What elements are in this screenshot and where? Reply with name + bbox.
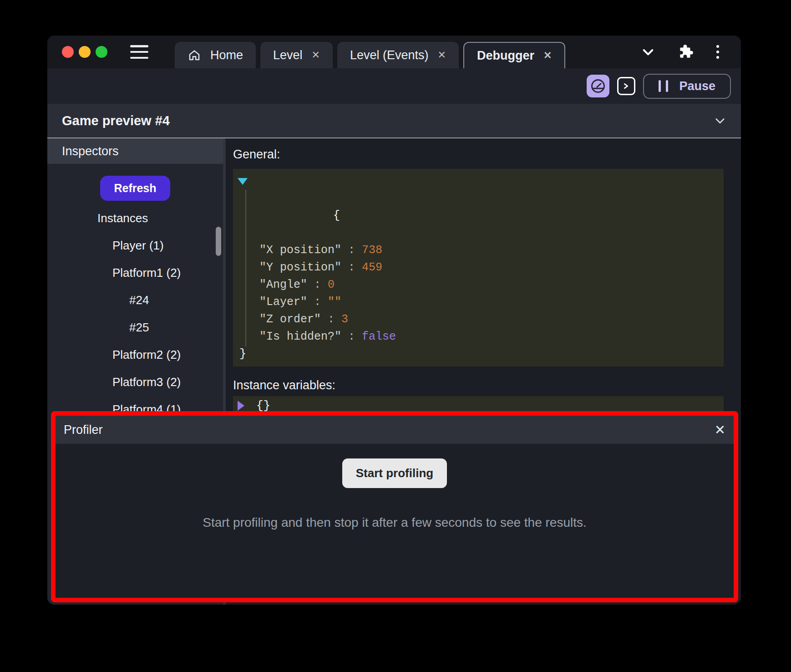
json-key: "X position" xyxy=(259,244,341,257)
tab-home[interactable]: Home xyxy=(175,42,256,68)
json-row: "X position" : 738 xyxy=(233,242,724,259)
json-value: 3 xyxy=(341,313,348,326)
json-value: 459 xyxy=(362,261,382,274)
tree-item-instances[interactable]: Instances xyxy=(47,204,223,232)
tree-item-24[interactable]: #24 xyxy=(47,286,223,314)
tree-item-platform3[interactable]: Platform3 (2) xyxy=(47,368,223,396)
debugger-toolbar: Pause xyxy=(47,68,741,104)
chevron-down-icon[interactable] xyxy=(641,45,655,59)
instance-variables-value: {} xyxy=(256,399,270,412)
tree-item-platform1[interactable]: Platform1 (2) xyxy=(47,259,223,286)
pause-button[interactable]: Pause xyxy=(643,74,731,99)
start-profiling-button[interactable]: Start profiling xyxy=(342,458,447,488)
triangle-right-icon[interactable] xyxy=(238,401,244,411)
json-row: "Y position" : 459 xyxy=(233,259,724,276)
pause-label: Pause xyxy=(679,79,715,93)
menu-icon[interactable] xyxy=(130,45,148,59)
window-minimize-button[interactable] xyxy=(79,46,91,58)
json-separator: : xyxy=(321,313,341,326)
tab-debugger[interactable]: Debugger ✕ xyxy=(463,42,565,68)
profiler-body: Start profiling Start profiling and then… xyxy=(56,444,734,598)
tree-item-player[interactable]: Player (1) xyxy=(47,232,223,259)
app-window: Home Level ✕ Level (Events) ✕ Debugger ✕ xyxy=(47,36,741,605)
json-separator: : xyxy=(307,295,328,309)
json-open-brace: { xyxy=(333,209,340,222)
json-row: "Angle" : 0 xyxy=(233,276,724,294)
general-json-viewer: { "X position" : 738 "Y position" : 459 … xyxy=(233,169,724,367)
tab-bar: Home Level ✕ Level (Events) ✕ Debugger ✕ xyxy=(175,42,565,68)
refresh-button[interactable]: Refresh xyxy=(100,176,170,201)
instance-variables-label: Instance variables: xyxy=(233,378,741,392)
json-key: "Z order" xyxy=(259,313,321,326)
titlebar: Home Level ✕ Level (Events) ✕ Debugger ✕ xyxy=(47,36,741,68)
tab-label: Debugger xyxy=(477,49,534,63)
instances-tree: Instances Player (1) Platform1 (2) #24 #… xyxy=(47,204,223,423)
json-close-row: } xyxy=(233,346,724,363)
profiler-header: Profiler ✕ xyxy=(56,416,734,444)
json-value: 738 xyxy=(362,244,382,257)
chevron-down-icon[interactable] xyxy=(714,114,726,127)
tab-close-icon[interactable]: ✕ xyxy=(438,50,446,60)
json-separator: : xyxy=(341,244,362,257)
screen-background: Home Level ✕ Level (Events) ✕ Debugger ✕ xyxy=(0,0,791,672)
json-close-brace: } xyxy=(239,347,246,361)
console-button[interactable] xyxy=(617,77,635,95)
traffic-lights xyxy=(62,46,107,58)
profiler-hint: Start profiling and then stop it after a… xyxy=(203,515,587,530)
game-preview-title: Game preview #4 xyxy=(62,113,170,128)
tree-item-25[interactable]: #25 xyxy=(47,314,223,341)
titlebar-actions xyxy=(641,43,741,61)
json-separator: : xyxy=(341,330,362,343)
extensions-puzzle-icon[interactable] xyxy=(677,43,695,61)
tab-level-events[interactable]: Level (Events) ✕ xyxy=(337,42,459,68)
json-row: "Layer" : "" xyxy=(233,294,724,311)
close-icon[interactable]: ✕ xyxy=(715,423,725,437)
profiler-panel: Profiler ✕ Start profiling Start profili… xyxy=(51,411,738,602)
tab-label: Level xyxy=(273,48,303,62)
overflow-menu-icon[interactable] xyxy=(716,45,719,59)
profiler-title: Profiler xyxy=(64,423,103,437)
tab-close-icon[interactable]: ✕ xyxy=(543,51,552,61)
inspectors-title: Inspectors xyxy=(62,144,119,158)
triangle-down-icon[interactable] xyxy=(238,178,248,185)
window-maximize-button[interactable] xyxy=(96,46,107,58)
tab-close-icon[interactable]: ✕ xyxy=(312,50,320,60)
json-root-row[interactable]: { xyxy=(233,173,724,242)
json-row: "Z order" : 3 xyxy=(233,311,724,328)
json-value: false xyxy=(362,330,396,343)
json-key: "Layer" xyxy=(259,295,307,309)
inspectors-header: Inspectors xyxy=(47,138,223,164)
home-icon xyxy=(188,48,201,62)
json-key: "Is hidden?" xyxy=(259,330,341,343)
tab-label: Level (Events) xyxy=(350,48,429,62)
tab-label: Home xyxy=(210,48,243,62)
json-key: "Angle" xyxy=(259,278,307,291)
general-section-label: General: xyxy=(233,138,741,162)
json-separator: : xyxy=(307,278,328,291)
json-separator: : xyxy=(341,261,362,274)
pause-icon xyxy=(659,80,668,92)
tree-item-platform2[interactable]: Platform2 (2) xyxy=(47,341,223,368)
game-preview-selector[interactable]: Game preview #4 xyxy=(47,104,741,138)
tab-level[interactable]: Level ✕ xyxy=(260,42,333,68)
json-key: "Y position" xyxy=(259,261,341,274)
json-value: "" xyxy=(328,295,341,309)
json-row: "Is hidden?" : false xyxy=(233,328,724,346)
window-close-button[interactable] xyxy=(62,46,74,58)
sidebar-scrollbar[interactable] xyxy=(216,227,221,256)
profiler-toggle-button[interactable] xyxy=(587,75,609,97)
json-value: 0 xyxy=(328,278,335,291)
